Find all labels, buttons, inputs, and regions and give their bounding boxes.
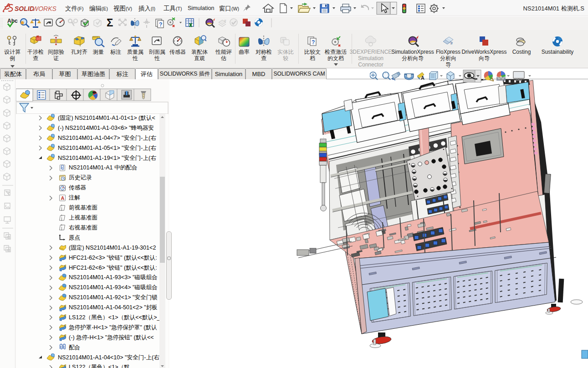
svg-text:?: ? — [159, 21, 162, 28]
svg-text:A: A — [61, 195, 65, 201]
svg-text:?: ? — [312, 39, 315, 46]
svg-text:?: ? — [282, 38, 284, 43]
svg-text:#: # — [450, 41, 453, 46]
svg-text:SOLID: SOLID — [15, 5, 34, 12]
svg-text:WORKS: WORKS — [32, 5, 57, 12]
svg-text:Σ: Σ — [107, 16, 113, 29]
svg-text:#: # — [224, 19, 226, 23]
svg-text:A: A — [421, 75, 424, 81]
